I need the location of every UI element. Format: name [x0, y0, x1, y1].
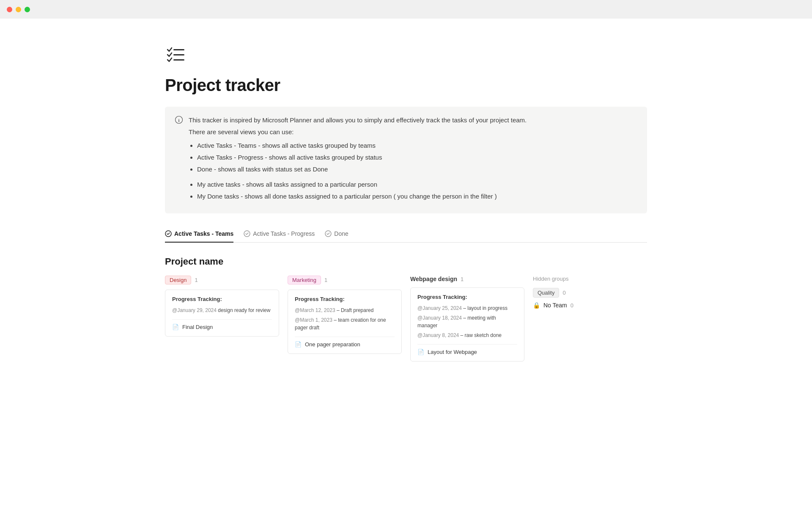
task-entry-marketing-2: @March 1, 2023 – team creation for one p…	[295, 316, 395, 331]
task-name-marketing: 📄 One pager preparation	[295, 337, 395, 348]
task-entry-design-1: @January 29, 2024 design ready for revie…	[172, 306, 272, 314]
minimize-button[interactable]	[16, 7, 21, 12]
tab-active-teams[interactable]: Active Tasks - Teams	[165, 230, 233, 242]
app-icon	[165, 44, 647, 69]
info-content: This tracker is inspired by Microsoft Pl…	[189, 115, 527, 205]
task-card-marketing[interactable]: Progress Tracking: @March 12, 2023 – Dra…	[288, 290, 402, 354]
task-name-webpage-label: Layout for Webpage	[428, 349, 477, 355]
group-design: Design 1 Progress Tracking: @January 29,…	[165, 276, 279, 341]
section-title: Project name	[165, 256, 647, 267]
groups-row: Design 1 Progress Tracking: @January 29,…	[165, 276, 647, 366]
info-icon: i	[175, 116, 183, 205]
task-entry-webpage-2: @January 18, 2024 – meeting with manager	[417, 314, 517, 329]
task-name-design-label: Final Design	[182, 324, 213, 330]
task-name-webpage: 📄 Layout for Webpage	[417, 344, 517, 355]
task-name-design: 📄 Final Design	[172, 319, 272, 330]
file-icon-marketing: 📄	[295, 341, 302, 348]
task-entry-marketing-2-date: @March 1, 2023	[295, 317, 332, 323]
task-entry-design-1-date: @January 29, 2024	[172, 307, 217, 313]
svg-rect-1	[173, 54, 184, 55]
svg-rect-2	[173, 59, 184, 61]
tab-active-progress-icon	[244, 230, 250, 237]
page-title: Project tracker	[165, 76, 647, 95]
hidden-groups-title: Hidden groups	[533, 276, 617, 282]
tab-active-teams-label: Active Tasks - Teams	[174, 230, 233, 237]
no-team-icon: 🔒	[533, 302, 540, 309]
group-marketing-count: 1	[324, 277, 327, 283]
group-design-header: Design 1	[165, 276, 279, 284]
close-button[interactable]	[7, 7, 12, 12]
tab-done-label: Done	[334, 230, 348, 237]
tab-active-teams-icon	[165, 230, 172, 237]
task-entry-webpage-3: @January 8, 2024 – raw sketch done	[417, 331, 517, 339]
task-entry-marketing-1-date: @March 12, 2023	[295, 307, 335, 313]
task-entry-webpage-1: @January 25, 2024 – layout in progress	[417, 304, 517, 312]
tab-done-icon	[325, 230, 332, 237]
tab-active-progress[interactable]: Active Tasks - Progress	[244, 230, 315, 242]
group-marketing: Marketing 1 Progress Tracking: @March 12…	[288, 276, 402, 358]
maximize-button[interactable]	[25, 7, 30, 12]
task-entry-webpage-3-date: @January 8, 2024	[417, 332, 459, 338]
group-design-count: 1	[195, 277, 198, 283]
no-team-label: No Team	[543, 302, 567, 309]
task-entry-design-1-text: design ready for review	[218, 307, 270, 313]
task-card-design[interactable]: Progress Tracking: @January 29, 2024 des…	[165, 290, 279, 337]
group-webpage-header: Webpage design 1	[410, 276, 524, 282]
quality-count: 0	[562, 290, 565, 296]
titlebar	[0, 0, 812, 19]
tabs-row: Active Tasks - Teams Active Tasks - Prog…	[165, 230, 647, 243]
info-bullet-1: Active Tasks - Teams - shows all active …	[197, 141, 527, 151]
file-icon-webpage: 📄	[417, 349, 424, 355]
task-card-webpage-title: Progress Tracking:	[417, 294, 517, 300]
no-team-count: 0	[571, 302, 573, 309]
task-entry-marketing-1: @March 12, 2023 – Draft prepared	[295, 306, 395, 314]
task-entry-webpage-3-text: – raw sketch done	[461, 332, 502, 338]
tab-active-progress-label: Active Tasks - Progress	[253, 230, 315, 237]
task-entry-webpage-1-date: @January 25, 2024	[417, 305, 462, 311]
hidden-group-quality: Quality 0	[533, 288, 617, 298]
info-box: i This tracker is inspired by Microsoft …	[165, 107, 647, 213]
page-content: Project tracker i This tracker is inspir…	[131, 19, 681, 391]
group-webpage-tag: Webpage design	[410, 276, 457, 282]
group-webpage-count: 1	[461, 276, 464, 282]
hidden-group-no-team: 🔒 No Team 0	[533, 302, 617, 309]
info-bullet-4: My active tasks - shows all tasks assign…	[197, 179, 527, 190]
group-marketing-header: Marketing 1	[288, 276, 402, 284]
task-card-design-title: Progress Tracking:	[172, 296, 272, 302]
info-list: Active Tasks - Teams - shows all active …	[189, 141, 527, 174]
quality-tag: Quality	[533, 288, 559, 298]
no-team-row: 🔒 No Team 0	[533, 302, 573, 309]
group-webpage: Webpage design 1 Progress Tracking: @Jan…	[410, 276, 524, 366]
group-design-tag: Design	[165, 276, 191, 284]
task-card-webpage[interactable]: Progress Tracking: @January 25, 2024 – l…	[410, 287, 524, 362]
svg-rect-0	[173, 49, 184, 50]
info-bullet-3: Done - shows all tasks with status set a…	[197, 164, 527, 174]
svg-text:i: i	[178, 118, 179, 123]
group-marketing-tag: Marketing	[288, 276, 321, 284]
task-card-marketing-title: Progress Tracking:	[295, 296, 395, 302]
task-entry-marketing-1-text: – Draft prepared	[337, 307, 373, 313]
task-entry-webpage-1-text: – layout in progress	[463, 305, 508, 311]
info-bullet-5: My Done tasks - shows all done tasks ass…	[197, 191, 527, 202]
info-list-2: My active tasks - shows all tasks assign…	[189, 179, 527, 202]
info-views-intro: There are several views you can use:	[189, 127, 527, 137]
tab-done[interactable]: Done	[325, 230, 348, 242]
hidden-groups-col: Hidden groups Quality 0 🔒 No Team 0	[533, 276, 617, 313]
task-name-marketing-label: One pager preparation	[305, 341, 360, 348]
file-icon-design: 📄	[172, 324, 179, 330]
task-entry-webpage-2-date: @January 18, 2024	[417, 315, 462, 321]
info-intro: This tracker is inspired by Microsoft Pl…	[189, 115, 527, 125]
info-bullet-2: Active Tasks - Progress - shows all acti…	[197, 152, 527, 163]
